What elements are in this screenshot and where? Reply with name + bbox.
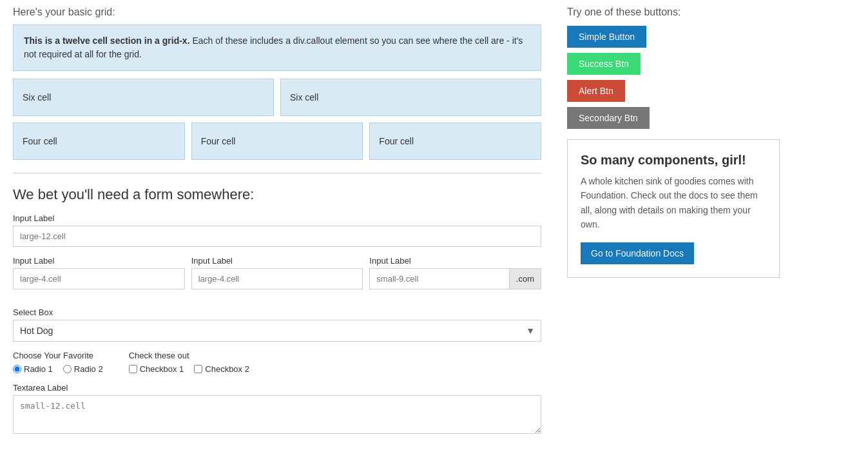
input-addon-wrap: .com xyxy=(369,268,541,289)
input-label-4: Input Label xyxy=(369,256,541,266)
simple-button[interactable]: Simple Button xyxy=(567,26,646,48)
input-label-2: Input Label xyxy=(13,256,185,266)
radio-1-label[interactable]: Radio 1 xyxy=(13,364,53,374)
six-cell-2: Six cell xyxy=(280,79,541,116)
form-title: We bet you'll need a form somewhere: xyxy=(13,186,541,203)
input-field-2[interactable] xyxy=(13,268,185,289)
checkbox-group: Check these out Checkbox 1 Checkbox 2 xyxy=(129,351,249,374)
input-col-2: Input Label xyxy=(13,256,185,298)
radio-check-row: Choose Your Favorite Radio 1 Radio 2 Che… xyxy=(13,351,541,374)
radio-1-text: Radio 1 xyxy=(24,364,53,374)
checkbox-options: Checkbox 1 Checkbox 2 xyxy=(129,364,249,374)
input-col-3: Input Label xyxy=(191,256,363,298)
input-field-1[interactable] xyxy=(13,226,541,247)
radio-options: Radio 1 Radio 2 xyxy=(13,364,103,374)
checkbox-1-label[interactable]: Checkbox 1 xyxy=(129,364,184,374)
checkbox-2[interactable] xyxy=(194,365,202,373)
components-card-title: So many components, girl! xyxy=(581,153,766,168)
radio-group-title: Choose Your Favorite xyxy=(13,351,103,360)
callout-text-strong: This is a twelve cell section in a grid-… xyxy=(24,35,190,46)
four-cell-1: Four cell xyxy=(13,122,185,160)
input-field-3[interactable] xyxy=(191,268,363,289)
radio-1[interactable] xyxy=(13,365,21,373)
input-field-4[interactable] xyxy=(369,268,510,289)
checkbox-2-label[interactable]: Checkbox 2 xyxy=(194,364,249,374)
six-cell-1: Six cell xyxy=(13,79,274,116)
buttons-list: Simple Button Success Btn Alert Btn Seco… xyxy=(567,26,780,134)
secondary-button[interactable]: Secondary Btn xyxy=(567,107,650,129)
checkbox-2-text: Checkbox 2 xyxy=(205,364,249,374)
form-row-3col: Input Label Input Label Input Label .com xyxy=(13,256,541,298)
checkbox-group-title: Check these out xyxy=(129,351,249,360)
input-col-4: Input Label .com xyxy=(369,256,541,298)
checkbox-1[interactable] xyxy=(129,365,137,373)
success-button[interactable]: Success Btn xyxy=(567,53,641,75)
radio-2-label[interactable]: Radio 2 xyxy=(63,364,103,374)
checkbox-1-text: Checkbox 1 xyxy=(140,364,184,374)
callout-box: This is a twelve cell section in a grid-… xyxy=(13,24,541,71)
textarea-field[interactable] xyxy=(13,395,541,434)
input-group-2: Input Label xyxy=(13,256,185,289)
input-group-1: Input Label xyxy=(13,213,541,247)
input-addon: .com xyxy=(510,268,541,289)
radio-2[interactable] xyxy=(63,365,72,373)
radio-2-text: Radio 2 xyxy=(74,364,103,374)
grid-heading: Here's your basic grid: xyxy=(13,6,541,18)
section-divider xyxy=(13,173,541,173)
buttons-title: Try one of these buttons: xyxy=(567,6,780,18)
components-card: So many components, girl! A whole kitche… xyxy=(567,139,780,278)
foundation-docs-button[interactable]: Go to Foundation Docs xyxy=(581,242,694,264)
select-box[interactable]: Hot Dog Burger Pizza Taco xyxy=(13,320,541,342)
textarea-label: Textarea Label xyxy=(13,383,541,393)
select-label: Select Box xyxy=(13,307,541,317)
radio-group: Choose Your Favorite Radio 1 Radio 2 xyxy=(13,351,103,374)
select-group: Select Box Hot Dog Burger Pizza Taco ▼ xyxy=(13,307,541,342)
callout-text: This is a twelve cell section in a grid-… xyxy=(24,34,530,61)
six-cell-row: Six cell Six cell xyxy=(13,79,541,116)
input-group-3: Input Label xyxy=(191,256,363,289)
textarea-group: Textarea Label xyxy=(13,383,541,436)
select-wrap: Hot Dog Burger Pizza Taco ▼ xyxy=(13,320,541,342)
input-group-4: Input Label .com xyxy=(369,256,541,289)
input-label-1: Input Label xyxy=(13,213,541,223)
four-cell-3: Four cell xyxy=(369,122,541,160)
components-card-text: A whole kitchen sink of goodies comes wi… xyxy=(581,174,766,232)
four-cell-row: Four cell Four cell Four cell xyxy=(13,122,541,160)
input-label-3: Input Label xyxy=(191,256,363,266)
four-cell-2: Four cell xyxy=(191,122,363,160)
alert-button[interactable]: Alert Btn xyxy=(567,80,625,102)
